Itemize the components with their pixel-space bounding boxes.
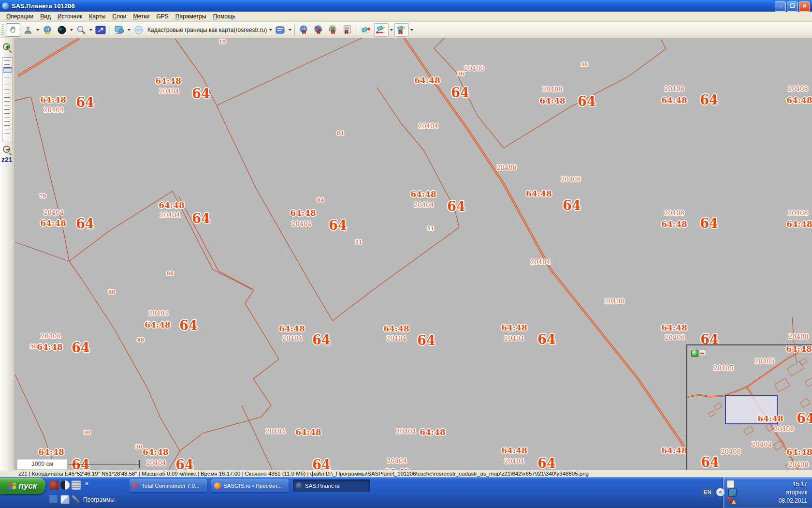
quicklaunch-opera-icon[interactable] <box>49 480 58 490</box>
clock-day: вторник <box>779 489 807 497</box>
map-label: 20408 <box>788 209 808 217</box>
zoom-tool-button[interactable] <box>74 24 88 36</box>
pan-hand-button[interactable] <box>6 23 20 37</box>
menu-item[interactable]: Вид <box>37 12 54 21</box>
map-label: 88 <box>137 337 145 343</box>
map-label: 64 <box>312 332 331 347</box>
overview-minimap[interactable]: 64:48204052040564:482040864204042040864:… <box>686 344 812 470</box>
zoom-slider-thumb[interactable] <box>3 67 12 73</box>
tray-clock[interactable]: 15:17 вторник 08.02.2011 <box>779 480 807 505</box>
close-button[interactable]: ✕ <box>799 1 810 12</box>
map-label: 20404 <box>387 457 406 464</box>
map-label: 64:48 <box>40 95 66 105</box>
start-button[interactable]: пуск <box>0 478 45 494</box>
select-region-caret[interactable] <box>36 29 39 31</box>
minimap-collapse-icon[interactable] <box>699 350 706 357</box>
menu-item[interactable]: Параметры <box>172 12 210 21</box>
language-indicator[interactable]: EN <box>701 488 714 497</box>
download-selection-button[interactable] <box>297 24 311 36</box>
gps-track-button[interactable] <box>374 23 389 37</box>
map-label: 64 <box>76 216 94 231</box>
map-label: 64 <box>563 198 581 213</box>
map-label: 64 <box>312 457 331 470</box>
menu-item[interactable]: GPS <box>153 12 172 21</box>
map-viewport[interactable]: 1964:48204046464:48204046464:48643620408… <box>0 0 812 470</box>
download-list-button[interactable] <box>341 24 354 36</box>
programs-icon-1[interactable] <box>49 495 58 503</box>
status-bar: z21 | Координаты E45°52'46.19" N51°28'48… <box>0 470 812 477</box>
firefox-icon <box>214 482 221 489</box>
taskbar-task-totalcmd[interactable]: Total Commander 7.0... <box>130 479 207 492</box>
map-label: 30 <box>135 444 143 449</box>
quicklaunch-overflow-chevron[interactable]: » <box>85 480 88 487</box>
map-label: 20404 <box>41 332 60 340</box>
menu-item[interactable]: Метки <box>130 12 153 21</box>
dark-planet-caret[interactable] <box>70 29 73 31</box>
programs-toolbar-label[interactable]: Программы <box>83 496 115 503</box>
system-tray: EN < 15:17 вторник 08.02.2011 <box>723 477 812 508</box>
tray-settings-icon[interactable] <box>727 480 734 488</box>
gps-track-caret[interactable] <box>390 29 393 31</box>
active-map-source-label[interactable]: Кадастровые границы как карта(rosreestr.… <box>147 27 267 33</box>
map-source-mode-caret[interactable] <box>128 29 130 31</box>
map-label: 64:48 <box>661 95 687 105</box>
map-label: 64:48 <box>145 320 171 329</box>
menu-item[interactable]: Операции <box>3 12 37 21</box>
map-label: 19 <box>219 39 226 45</box>
map-label: 51 <box>355 239 362 245</box>
layers-card-caret[interactable] <box>289 29 291 31</box>
tray-chevron-icon[interactable]: < <box>716 488 725 496</box>
map-label: 20404 <box>291 220 311 227</box>
programs-wrench-icon[interactable] <box>72 495 80 503</box>
map-label: 64 <box>417 333 435 348</box>
map-label: 20404 <box>44 106 63 114</box>
fullscreen-button[interactable] <box>94 24 107 36</box>
active-map-source-caret[interactable] <box>269 29 272 31</box>
map-label: 64 <box>175 457 194 470</box>
zoom-in-button[interactable] <box>2 43 12 52</box>
scale-line <box>68 464 139 464</box>
map-label: 20404 <box>146 459 166 466</box>
zoom-tool-caret[interactable] <box>89 29 92 31</box>
gps-position-button[interactable] <box>394 23 409 37</box>
zoom-out-button[interactable] <box>2 145 12 155</box>
gps-connect-button[interactable] <box>360 24 373 36</box>
tray-network-icon[interactable] <box>728 489 737 497</box>
menu-item[interactable]: Карты <box>86 12 109 21</box>
map-label: 36 <box>581 61 588 67</box>
map-label: 64:48 <box>661 323 687 332</box>
map-label: 64 <box>72 457 90 470</box>
map-label: 64 <box>451 85 469 100</box>
menu-item[interactable]: Слои <box>109 12 130 21</box>
dark-planet-button[interactable] <box>55 24 69 36</box>
map-label: 64 <box>179 318 198 333</box>
quicklaunch-player-icon[interactable] <box>60 480 70 490</box>
map-label: 64:48 <box>143 447 169 457</box>
select-region-button[interactable] <box>21 24 35 36</box>
polygon-selection-button[interactable] <box>326 24 340 36</box>
map-label: 64 <box>700 92 718 107</box>
gps-position-caret[interactable] <box>410 29 413 31</box>
quicklaunch-calc-icon[interactable] <box>72 480 81 490</box>
window-title: SAS.Планета 101206 <box>12 2 75 10</box>
map-label: 20404 <box>282 335 302 342</box>
delete-selection-button[interactable] <box>312 24 325 36</box>
minimap-globe-icon[interactable] <box>691 350 698 357</box>
taskbar-task-firefox[interactable]: SASGIS.ru • Просмот... <box>211 479 289 492</box>
map-label: 64 <box>537 332 556 347</box>
taskbar-task-sasplanet[interactable]: SAS.Планета <box>293 479 370 492</box>
programs-icon-2[interactable] <box>60 495 70 504</box>
menu-item[interactable]: Помощь <box>210 12 239 21</box>
goto-globe-button[interactable] <box>41 24 54 36</box>
map-label: 20408 <box>788 333 808 340</box>
totalcmd-icon <box>132 482 139 489</box>
zoom-in-icon <box>3 43 10 50</box>
menu-item[interactable]: Источник <box>54 12 86 21</box>
map-label: 20404 <box>530 258 550 266</box>
map-label: 64:48 <box>757 414 783 423</box>
minimize-button[interactable]: – <box>775 1 786 12</box>
layers-card-button[interactable] <box>274 24 287 36</box>
zoom-slider[interactable] <box>2 57 13 142</box>
map-source-mode-button[interactable] <box>113 24 126 36</box>
restore-button[interactable]: ❐ <box>787 1 798 12</box>
